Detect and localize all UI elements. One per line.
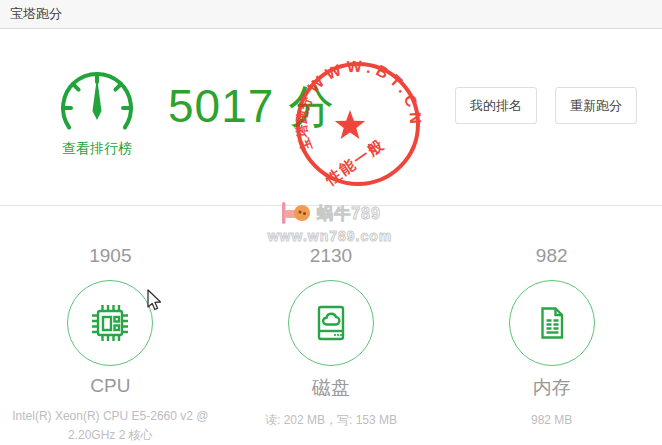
- stamp-site-text: WWW.BT.CN: [305, 58, 425, 129]
- cpu-chip-icon: [88, 301, 132, 345]
- speedometer-gauge-icon: [49, 64, 145, 138]
- memory-label: 内存: [533, 375, 571, 401]
- cpu-detail: Intel(R) Xeon(R) CPU E5-2660 v2 @ 2.20GH…: [0, 407, 221, 444]
- watermark-url: www.wn789.com: [230, 228, 430, 244]
- disk-detail: 读: 202 MB，写: 153 MB: [265, 411, 397, 430]
- metric-memory: 982 内存 982 MB: [441, 245, 662, 444]
- page-header: 宝塔跑分: [0, 0, 662, 29]
- rerun-benchmark-button[interactable]: 重新跑分: [555, 87, 637, 124]
- page-title: 宝塔跑分: [10, 5, 62, 23]
- metrics-row: 1905 CPU Intel(R) Xeon(R) CPU: [0, 245, 662, 444]
- stamp-star-icon: [335, 110, 365, 139]
- score-value: 5017: [168, 80, 274, 132]
- cpu-score: 1905: [89, 245, 131, 267]
- section-divider: [0, 205, 662, 206]
- memory-detail: 982 MB: [531, 411, 572, 430]
- gauge-block: 查看排行榜: [42, 64, 152, 158]
- disk-score: 2130: [310, 245, 352, 267]
- gauge-needle: [93, 77, 102, 120]
- metric-cpu: 1905 CPU Intel(R) Xeon(R) CPU: [0, 245, 221, 444]
- bt-performance-stamp: 宝塔跑分 WWW.BT.CN 性能一般: [288, 54, 428, 194]
- watermark-name: 蜗牛789: [317, 204, 381, 225]
- disk-label: 磁盘: [312, 375, 350, 401]
- cpu-circle: [67, 280, 153, 366]
- benchmark-page: 宝塔跑分 查看排行榜 5017 分 宝塔跑分 WWW.BT: [0, 0, 662, 445]
- memory-score: 982: [536, 245, 568, 267]
- metric-disk: 2130 磁盘 读: 202 MB，写: 153 MB: [221, 245, 442, 444]
- disk-icon: [309, 301, 353, 345]
- disk-circle: [288, 280, 374, 366]
- my-rank-button[interactable]: 我的排名: [455, 87, 537, 124]
- memory-circle: [509, 280, 595, 366]
- watermark: 蜗牛789 www.wn789.com: [230, 201, 430, 244]
- memory-icon: [530, 301, 574, 345]
- view-leaderboard-link[interactable]: 查看排行榜: [42, 140, 152, 158]
- cpu-label: CPU: [90, 375, 130, 397]
